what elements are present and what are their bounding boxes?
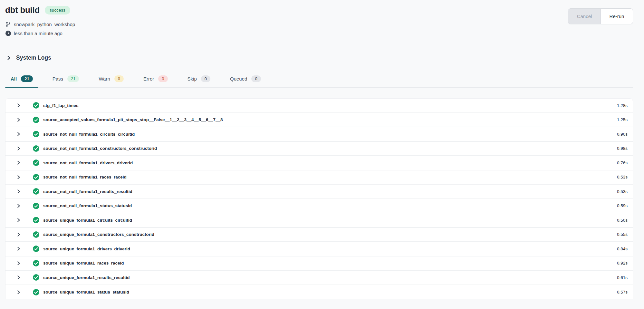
result-row[interactable]: source_not_null_formula1_races_raceid 0.… [5,170,633,185]
result-row[interactable]: source_not_null_formula1_status_statusid… [5,199,633,214]
chevron-right-icon[interactable] [16,118,21,122]
result-name: source_not_null_formula1_constructors_co… [43,146,610,151]
tab-count-badge: 0 [158,75,168,82]
check-circle-icon [33,246,39,252]
result-duration: 0.59s [617,203,628,208]
tab-queued[interactable]: Queued 0 [225,73,266,87]
result-duration: 0.92s [617,261,628,266]
tab-count-badge: 0 [114,75,124,82]
result-name: source_not_null_formula1_drivers_driveri… [43,160,610,165]
chevron-right-icon[interactable] [16,132,21,136]
chevron-right-icon[interactable] [16,160,21,165]
check-circle-icon [33,217,39,223]
tab-warn[interactable]: Warn 0 [93,73,129,87]
chevron-right-icon[interactable] [16,146,21,151]
chevron-right-icon[interactable] [16,261,21,266]
result-duration: 0.90s [617,132,628,137]
clock-icon [5,31,11,36]
tab-skip[interactable]: Skip 0 [182,73,216,87]
check-circle-icon [33,260,39,266]
result-row[interactable]: source_unique_formula1_races_raceid 0.92… [5,256,633,271]
run-header-left: dbt build success snowpark_python_worksh… [5,5,75,38]
tab-count-badge: 0 [201,75,210,82]
tab-all[interactable]: All 21 [5,73,38,87]
result-name: source_unique_formula1_results_resultid [43,275,610,280]
check-circle-icon [33,274,39,281]
result-duration: 1.28s [617,103,628,108]
tab-count-badge: 21 [21,75,33,82]
result-duration: 1.25s [617,117,628,122]
result-duration: 0.50s [617,218,628,223]
result-name: source_not_null_formula1_races_raceid [43,175,610,179]
result-duration: 0.84s [617,246,628,251]
result-duration: 0.76s [617,160,628,165]
time-ago: less than a minute ago [14,31,62,36]
chevron-right-icon[interactable] [16,246,21,251]
run-header: dbt build success snowpark_python_worksh… [0,0,644,38]
result-name: source_unique_formula1_circuits_circuiti… [43,218,610,223]
result-name: source_not_null_formula1_results_resulti… [43,189,610,194]
result-row[interactable]: source_accepted_values_formula1_pit_stop… [5,113,633,128]
result-duration: 0.57s [617,290,628,295]
result-row[interactable]: source_unique_formula1_drivers_driverid … [5,242,633,256]
result-row[interactable]: source_unique_formula1_constructors_cons… [5,228,633,242]
result-name: source_unique_formula1_constructors_cons… [43,232,610,237]
result-row[interactable]: stg_f1_lap_times 1.28s [5,99,633,113]
result-row[interactable]: source_not_null_formula1_results_resulti… [5,185,633,199]
tab-label: Warn [99,76,110,82]
tab-label: All [11,76,17,82]
branch-name: snowpark_python_workshop [14,22,75,27]
check-circle-icon [33,159,39,166]
tab-count-badge: 21 [67,75,79,82]
result-row[interactable]: source_unique_formula1_circuits_circuiti… [5,213,633,228]
time-row: less than a minute ago [5,29,75,38]
result-name: source_not_null_formula1_status_statusid [43,203,610,208]
chevron-right-icon[interactable] [16,290,21,295]
chevron-right-icon[interactable] [16,232,21,237]
tab-label: Skip [187,76,197,82]
run-page: dbt build success snowpark_python_worksh… [0,0,644,309]
branch-row: snowpark_python_workshop [5,20,75,29]
result-name: source_unique_formula1_races_raceid [43,261,610,266]
git-branch-icon [5,22,11,27]
check-circle-icon [33,231,39,238]
result-duration: 0.55s [617,232,628,237]
check-circle-icon [33,203,39,209]
result-duration: 0.61s [617,275,628,280]
chevron-right-icon[interactable] [16,103,21,108]
chevron-right-icon[interactable] [16,175,21,179]
status-badge: success [45,6,70,14]
check-circle-icon [33,174,39,180]
check-circle-icon [33,289,39,295]
result-row[interactable]: source_not_null_formula1_drivers_driveri… [5,156,633,170]
chevron-right-icon[interactable] [16,275,21,280]
tab-pass[interactable]: Pass 21 [47,73,85,87]
tab-count-badge: 0 [251,75,261,82]
result-name: source_accepted_values_formula1_pit_stop… [43,117,610,122]
cancel-button[interactable]: Cancel [568,9,601,24]
chevron-right-icon [6,55,11,60]
check-circle-icon [33,102,39,109]
chevron-right-icon[interactable] [16,189,21,194]
system-logs-label: System Logs [16,54,51,61]
page-title: dbt build [5,5,40,15]
system-logs-toggle[interactable]: System Logs [6,54,51,61]
result-duration: 0.53s [617,189,628,194]
result-name: source_unique_formula1_drivers_driverid [43,246,610,251]
tab-label: Queued [230,76,247,82]
result-duration: 0.98s [617,146,628,151]
result-row[interactable]: source_not_null_formula1_constructors_co… [5,142,633,156]
tab-label: Pass [53,76,63,82]
result-row[interactable]: source_not_null_formula1_circuits_circui… [5,127,633,142]
chevron-right-icon[interactable] [16,204,21,208]
result-row[interactable]: source_unique_formula1_results_resultid … [5,271,633,285]
check-circle-icon [33,131,39,137]
check-circle-icon [33,188,39,195]
title-row: dbt build success [5,5,75,15]
rerun-button[interactable]: Re-run [601,9,633,24]
tabs: All 21 Pass 21 Warn 0 Error 0 Skip 0 Que… [5,73,633,88]
result-row[interactable]: source_unique_formula1_status_statusid 0… [5,285,633,300]
run-actions: Cancel Re-run [568,8,633,24]
tab-error[interactable]: Error 0 [138,73,173,87]
chevron-right-icon[interactable] [16,218,21,222]
